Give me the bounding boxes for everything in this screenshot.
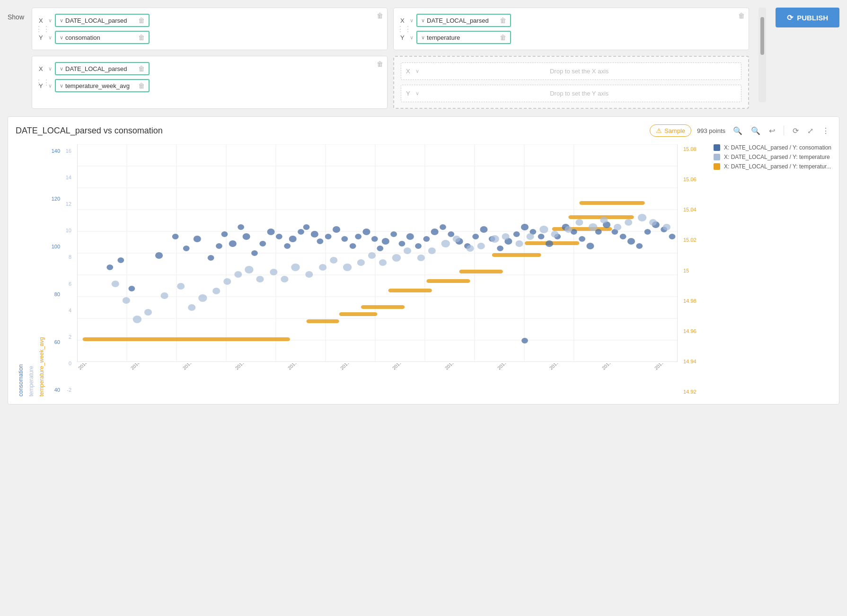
chevron-icon-1y: ∨ [60,35,63,41]
x-dropdown-1[interactable]: ∨ DATE_LOCAL_parsed 🗑 [55,14,150,27]
y-right-15.08: 15.08 [683,146,702,152]
svg-rect-26 [361,305,405,309]
svg-point-92 [595,229,602,235]
card-delete-3[interactable]: 🗑 [377,60,383,68]
refresh-button[interactable]: ⟳ [791,125,801,136]
x-tick-5: 2011-01-08 [339,363,377,388]
drag-handle-3[interactable]: ⋮⋮ [35,78,50,87]
x-delete-icon-3[interactable]: 🗑 [138,65,145,72]
x-field-label-1: DATE_LOCAL_parsed [65,17,127,24]
y-field-label-2: temperature [427,34,460,41]
scatter-plot [77,144,678,362]
y-dropdown-2[interactable]: ∨ temperature 🗑 [416,31,511,44]
svg-point-78 [480,226,487,233]
y-chevron-1: ∨ [48,35,52,41]
drop-y-label: Y [406,90,413,97]
drop-x-text: Drop to set the X axis [422,68,736,75]
card-delete-1[interactable]: 🗑 [377,12,383,19]
svg-point-108 [188,304,195,311]
y-right-14.94: 14.94 [683,359,702,364]
svg-point-124 [379,259,387,266]
y-right-15.02: 15.02 [683,237,702,243]
svg-point-130 [453,236,460,242]
svg-point-90 [579,236,585,242]
zoom-out-button[interactable]: 🔍 [731,125,744,136]
publish-button[interactable]: ⟳ PUBLISH [776,8,839,27]
x-delete-icon-1[interactable]: 🗑 [138,17,145,24]
svg-point-45 [229,240,237,247]
y-delete-icon-2[interactable]: 🗑 [500,34,506,41]
x-dropdown-3[interactable]: ∨ DATE_LOCAL_parsed 🗑 [55,62,150,75]
svg-point-37 [128,286,135,291]
svg-point-91 [586,243,594,249]
svg-point-123 [368,252,376,259]
svg-point-126 [404,247,411,254]
show-label: Show [8,8,24,21]
y-delete-icon-3[interactable]: 🗑 [138,82,145,89]
scrollbar-thumb[interactable] [760,17,764,55]
svg-point-138 [551,231,558,238]
legend-dot-1 [714,144,720,151]
svg-point-97 [636,243,643,249]
y-axis-label-1: Y [39,34,45,41]
y-dropdown-3[interactable]: ∨ temperature_week_avg 🗑 [55,79,150,92]
more-button[interactable]: ⋮ [820,125,831,136]
y-axis-consomation-title: consomation [16,144,26,396]
y-delete-icon-1[interactable]: 🗑 [138,34,145,41]
y-axis-temperature-title: temperature [26,144,36,396]
svg-rect-24 [307,319,339,323]
y-temp-16: 16 [62,148,71,154]
drag-handle-2[interactable]: ⋮⋮ [397,25,412,34]
zoom-in-button[interactable]: 🔍 [749,125,762,136]
reset-button[interactable]: ↩ [767,125,777,136]
svg-point-148 [521,338,528,343]
y-dropdown-1[interactable]: ∨ consomation 🗑 [55,31,150,44]
svg-point-107 [177,283,185,290]
chart-title: DATE_LOCAL_parsed vs consomation [16,126,644,136]
svg-point-48 [251,250,258,256]
svg-point-74 [448,231,454,237]
svg-point-122 [357,259,365,266]
drop-row-x: X ∨ Drop to set the X axis [401,62,741,80]
card-delete-2[interactable]: 🗑 [738,12,745,19]
expand-button[interactable]: ⤢ [805,125,815,136]
x-tick-0: 2010-12-30 [77,363,115,388]
svg-point-39 [172,234,179,239]
axis-row-y-1: Y ∨ ∨ consomation 🗑 [39,31,380,44]
chart-header: DATE_LOCAL_parsed vs consomation ⚠ Sampl… [16,124,831,137]
svg-point-65 [377,246,383,251]
chart-section: DATE_LOCAL_parsed vs consomation ⚠ Sampl… [8,116,839,405]
x-dropdown-2[interactable]: ∨ DATE_LOCAL_parsed 🗑 [416,14,511,27]
drop-row-y: Y ∨ Drop to set the Y axis [401,85,741,102]
x-axis-label-1: X [39,17,45,24]
drag-handle-1[interactable]: ⋮⋮ [35,25,50,34]
svg-point-44 [221,231,228,237]
svg-point-60 [341,236,348,242]
charts-grid: ⋮⋮ X ∨ ∨ DATE_LOCAL_parsed 🗑 🗑 Y ∨ ∨ con… [32,8,749,109]
chart-config-card-3: ⋮⋮ X ∨ ∨ DATE_LOCAL_parsed 🗑 🗑 Y ∨ ∨ tem… [32,56,388,109]
legend-label-3: X: DATE_LOCAL_parsed / Y: temperatur... [724,163,831,170]
x-delete-icon-2[interactable]: 🗑 [500,17,506,24]
svg-point-137 [539,226,548,233]
y-temp-12: 12 [62,201,71,207]
scrollbar[interactable] [759,8,766,102]
y-tick-100: 100 [47,244,60,249]
legend-dot-2 [714,154,720,160]
svg-point-117 [291,264,300,271]
svg-point-61 [350,243,356,249]
svg-point-64 [371,236,378,242]
svg-point-128 [428,247,436,254]
legend: X: DATE_LOCAL_parsed / Y: consomation X:… [714,144,831,396]
svg-point-49 [259,241,266,246]
svg-point-143 [614,224,621,230]
drop-y-chevron: ∨ [415,90,419,97]
chevron-icon-2y: ∨ [421,35,425,41]
legend-label-1: X: DATE_LOCAL_parsed / Y: consomation [724,144,831,151]
svg-point-36 [117,257,124,263]
svg-point-114 [256,276,264,282]
axis-row-y-3: Y ∨ ∨ temperature_week_avg 🗑 [39,79,380,92]
svg-point-135 [515,240,523,247]
y-field-label-1: consomation [65,34,100,41]
svg-point-59 [333,226,340,233]
svg-point-112 [234,271,242,278]
